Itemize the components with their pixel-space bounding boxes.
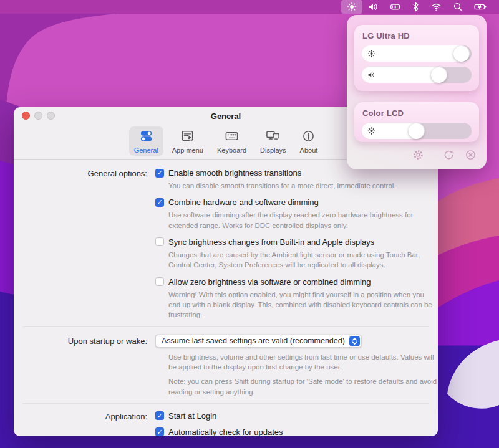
checkbox-label: Enable smooth brightness transitions bbox=[168, 168, 301, 178]
volume-icon bbox=[367, 71, 375, 79]
settings-gear-button[interactable] bbox=[412, 149, 424, 163]
section-label: Application: bbox=[14, 411, 155, 436]
chevron-up-down-icon bbox=[349, 336, 360, 346]
display-name: Color LCD bbox=[362, 108, 472, 118]
tab-label: Keyboard bbox=[217, 146, 246, 154]
tab-displays[interactable]: Displays bbox=[255, 126, 291, 156]
option-combine-dimming: Combine hardware and software dimming Us… bbox=[155, 198, 438, 231]
display-card-lg-ultra-hd: LG Ultra HD bbox=[354, 25, 479, 91]
wifi-icon bbox=[431, 2, 442, 12]
tab-app-menu[interactable]: App menu bbox=[167, 126, 208, 156]
menu-bar bbox=[0, 0, 499, 14]
menubar-battery-meter-item[interactable] bbox=[384, 0, 406, 14]
keyboard-icon bbox=[225, 129, 239, 146]
quit-button[interactable] bbox=[465, 149, 477, 163]
toggles-icon bbox=[139, 129, 153, 146]
menubar-volume-item[interactable] bbox=[362, 0, 384, 14]
menu-cursor-icon bbox=[180, 129, 195, 146]
option-start-at-login: Start at Login bbox=[155, 411, 438, 421]
option-description: Warning! With this option enabled, you m… bbox=[168, 290, 438, 320]
checkbox-label: Sync brightness changes from Built-in an… bbox=[168, 237, 374, 247]
refresh-button[interactable] bbox=[443, 149, 455, 163]
tab-label: App menu bbox=[172, 146, 203, 154]
option-auto-updates: Automatically check for updates bbox=[155, 427, 438, 436]
option-description: You can disable smooth transitions for a… bbox=[168, 181, 438, 191]
menubar-wifi-item[interactable] bbox=[425, 0, 447, 14]
section-label: Upon startup or wake: bbox=[14, 335, 155, 397]
slider-thumb[interactable] bbox=[431, 67, 447, 83]
brightness-slider[interactable] bbox=[362, 123, 472, 139]
checkbox[interactable] bbox=[155, 198, 164, 207]
refresh-icon bbox=[443, 149, 455, 163]
checkbox[interactable] bbox=[155, 411, 164, 420]
tab-about[interactable]: About bbox=[295, 126, 323, 156]
checkbox-label: Combine hardware and software dimming bbox=[168, 198, 319, 207]
checkbox[interactable] bbox=[155, 169, 164, 178]
tab-label: About bbox=[300, 146, 318, 154]
tab-keyboard[interactable]: Keyboard bbox=[212, 126, 251, 156]
general-pane: General options: Enable smooth brightnes… bbox=[14, 160, 438, 436]
brightness-icon bbox=[367, 50, 375, 58]
menubar-battery-item[interactable] bbox=[468, 0, 493, 14]
search-icon bbox=[453, 2, 463, 12]
displays-icon bbox=[266, 129, 280, 146]
select-value: Assume last saved settings are valid (re… bbox=[162, 336, 345, 345]
menubar-brightness-item[interactable] bbox=[341, 0, 362, 14]
option-smooth-transitions: Enable smooth brightness transitions You… bbox=[155, 168, 438, 191]
section-divider bbox=[22, 403, 429, 404]
checkbox[interactable] bbox=[155, 237, 164, 246]
zoom-button[interactable] bbox=[47, 112, 55, 120]
minimize-button[interactable] bbox=[34, 112, 42, 120]
checkbox-label: Start at Login bbox=[168, 411, 216, 421]
bluetooth-icon bbox=[412, 2, 420, 12]
startup-behavior-select[interactable]: Assume last saved settings are valid (re… bbox=[155, 335, 362, 348]
desktop: General General bbox=[0, 0, 499, 448]
tab-label: General bbox=[134, 146, 158, 154]
menubar-bluetooth-item[interactable] bbox=[406, 0, 425, 14]
select-description: Use brightness, volume and other setting… bbox=[168, 352, 438, 373]
brightness-icon bbox=[367, 127, 375, 135]
close-circle-icon bbox=[465, 149, 477, 163]
checkbox[interactable] bbox=[155, 277, 164, 286]
display-card-color-lcd: Color LCD bbox=[354, 102, 479, 142]
brightness-icon bbox=[347, 2, 357, 12]
option-description: Changes that are caused by the Ambient l… bbox=[168, 250, 438, 270]
battery-charging-icon bbox=[474, 2, 487, 12]
select-note: Note: you can press Shift during startup… bbox=[168, 376, 438, 397]
option-zero-brightness: Allow zero brightness via software or co… bbox=[155, 277, 438, 320]
slider-thumb[interactable] bbox=[453, 46, 469, 62]
tab-label: Displays bbox=[260, 146, 286, 154]
section-divider bbox=[22, 326, 429, 327]
battery-meter-icon bbox=[390, 2, 400, 12]
gear-icon bbox=[412, 149, 424, 163]
checkbox-label: Automatically check for updates bbox=[168, 427, 283, 436]
option-description: Use software dimming after the display r… bbox=[168, 210, 438, 231]
tab-general[interactable]: General bbox=[129, 126, 163, 156]
close-button[interactable] bbox=[22, 112, 30, 120]
volume-icon bbox=[368, 2, 379, 12]
checkbox[interactable] bbox=[155, 427, 164, 436]
menubar-search-item[interactable] bbox=[447, 0, 468, 14]
brightness-popover: LG Ultra HD bbox=[347, 15, 487, 169]
section-label: General options: bbox=[14, 168, 155, 320]
brightness-slider[interactable] bbox=[362, 45, 472, 62]
option-sync-brightness: Sync brightness changes from Built-in an… bbox=[155, 237, 438, 270]
volume-slider[interactable] bbox=[362, 67, 472, 83]
slider-thumb[interactable] bbox=[409, 123, 424, 139]
display-name: LG Ultra HD bbox=[362, 31, 472, 41]
checkbox-label: Allow zero brightness via software or co… bbox=[168, 277, 371, 287]
popover-footer bbox=[347, 147, 487, 164]
info-icon bbox=[301, 129, 316, 146]
